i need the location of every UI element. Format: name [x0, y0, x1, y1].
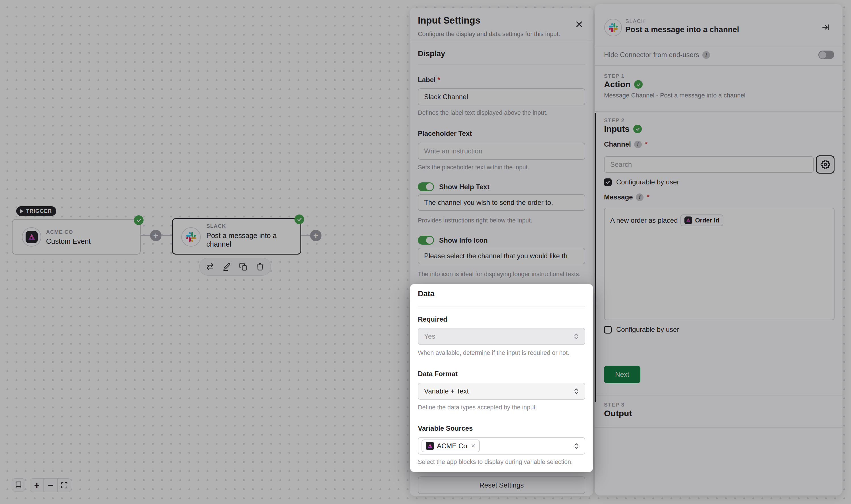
- data-format-value: Variable + Text: [424, 387, 469, 395]
- data-format-select[interactable]: Variable + Text: [418, 383, 585, 400]
- variable-sources-label: Variable Sources: [418, 425, 473, 432]
- acme-logo-icon: [426, 442, 434, 450]
- data-section-card: Data Required Yes When available, determ…: [410, 284, 593, 472]
- chip-label: ACME Co: [437, 442, 467, 450]
- variable-sources-helper: Select the app blocks to display during …: [418, 458, 573, 466]
- required-helper: When available, determine if the input i…: [418, 349, 569, 357]
- data-format-label: Data Format: [418, 370, 458, 378]
- required-select-value: Yes: [424, 332, 435, 340]
- required-field-label: Required: [418, 316, 447, 323]
- chevron-updown-icon: [572, 442, 580, 450]
- remove-chip-icon[interactable]: ✕: [471, 443, 476, 449]
- chevron-updown-icon: [572, 333, 580, 340]
- data-format-helper: Define the data types accepted by the in…: [418, 404, 537, 411]
- chevron-updown-icon: [572, 388, 580, 395]
- variable-source-chip-acme[interactable]: ACME Co ✕: [422, 439, 480, 452]
- data-section-heading: Data: [418, 289, 435, 298]
- variable-sources-select[interactable]: ACME Co ✕: [418, 437, 585, 454]
- divider: [418, 307, 585, 307]
- required-select[interactable]: Yes: [418, 328, 585, 345]
